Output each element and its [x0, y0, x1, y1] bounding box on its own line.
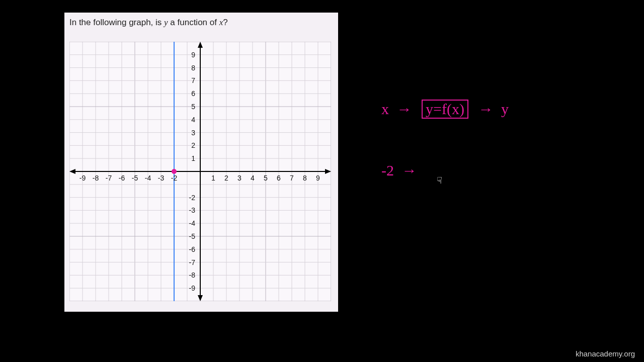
function-diagram: x → y=f(x) → y — [381, 100, 509, 119]
svg-text:-3: -3 — [158, 174, 165, 182]
svg-text:-8: -8 — [189, 271, 196, 279]
fn-y: y — [501, 101, 509, 117]
arrow-icon: → — [478, 101, 493, 118]
svg-text:1: 1 — [191, 154, 195, 162]
fn-box: y=f(x) — [422, 100, 468, 119]
svg-text:7: 7 — [191, 76, 195, 84]
svg-text:3: 3 — [191, 129, 195, 137]
svg-text:9: 9 — [191, 51, 195, 59]
svg-text:7: 7 — [290, 174, 294, 182]
svg-marker-48 — [198, 295, 203, 301]
svg-text:-5: -5 — [189, 232, 196, 240]
svg-text:-8: -8 — [93, 174, 99, 182]
svg-text:6: 6 — [191, 89, 195, 98]
svg-point-83 — [172, 169, 177, 174]
q-mid: a function of — [168, 18, 219, 27]
coordinate-grid: -9-8-7-6-5-4-3-2123456789987654321-2-3-4… — [69, 42, 331, 301]
fn-x: x — [381, 101, 389, 117]
svg-text:2: 2 — [224, 174, 228, 182]
svg-text:2: 2 — [191, 141, 195, 149]
question-card: In the following graph, is y a function … — [64, 13, 338, 312]
svg-text:-6: -6 — [119, 174, 125, 182]
svg-text:-9: -9 — [189, 284, 196, 292]
video-frame: In the following graph, is y a function … — [0, 0, 644, 362]
svg-text:9: 9 — [316, 174, 320, 182]
q-prefix: In the following graph, is — [69, 18, 164, 27]
svg-text:-7: -7 — [106, 174, 112, 182]
svg-text:8: 8 — [303, 174, 307, 182]
arrow-icon: → — [402, 162, 417, 179]
svg-marker-46 — [69, 169, 75, 174]
svg-text:4: 4 — [251, 174, 255, 182]
svg-marker-45 — [325, 169, 331, 174]
svg-text:8: 8 — [191, 64, 195, 72]
svg-text:5: 5 — [191, 103, 195, 111]
svg-text:5: 5 — [264, 174, 268, 182]
q-var-y: y — [164, 18, 168, 27]
q-suffix: ? — [223, 18, 227, 27]
svg-text:-4: -4 — [145, 174, 151, 182]
svg-text:4: 4 — [191, 116, 195, 124]
svg-text:-7: -7 — [189, 258, 196, 266]
example-input: -2 → — [381, 162, 421, 179]
svg-text:-5: -5 — [132, 174, 138, 182]
svg-text:3: 3 — [237, 174, 242, 182]
svg-text:6: 6 — [277, 174, 281, 182]
svg-text:-9: -9 — [79, 174, 86, 182]
ex-in: -2 — [381, 162, 394, 178]
svg-text:-4: -4 — [189, 219, 196, 227]
arrow-icon: → — [397, 101, 412, 118]
question-text: In the following graph, is y a function … — [64, 13, 338, 28]
svg-marker-47 — [198, 42, 203, 48]
svg-text:-3: -3 — [189, 206, 196, 214]
svg-text:-2: -2 — [171, 174, 178, 182]
attribution: khanacademy.org — [576, 349, 635, 358]
grid-svg: -9-8-7-6-5-4-3-2123456789987654321-2-3-4… — [69, 42, 331, 301]
svg-text:1: 1 — [211, 174, 215, 182]
svg-text:-6: -6 — [189, 245, 196, 253]
mouse-cursor-icon: ☟ — [437, 175, 442, 186]
svg-text:-2: -2 — [189, 194, 196, 202]
